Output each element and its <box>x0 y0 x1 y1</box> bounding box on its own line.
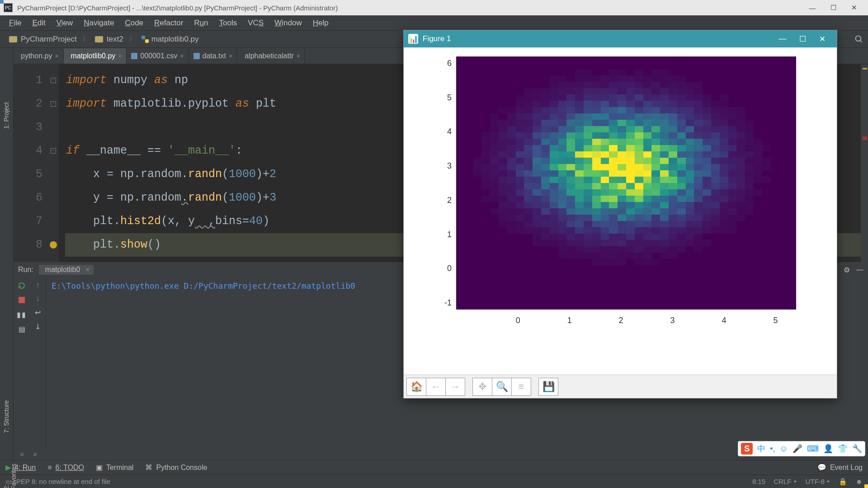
app-icon: PC <box>4 3 13 12</box>
editor-tab[interactable]: 000001.csv× <box>127 48 189 64</box>
y-axis: -10123456 <box>438 56 454 310</box>
ime-voice-icon[interactable]: 🎤 <box>793 444 802 454</box>
pan-button[interactable]: ✥ <box>472 378 492 396</box>
breadcrumb-folder[interactable]: text2 <box>90 34 128 45</box>
minimize-button[interactable]: — <box>802 0 823 15</box>
close-tab-icon[interactable]: × <box>180 52 184 60</box>
fold-icon[interactable]: − <box>51 148 56 154</box>
file-encoding[interactable]: UTF-8 ‣ <box>806 478 831 486</box>
menu-vcs[interactable]: VCS <box>242 17 269 29</box>
menu-navigate[interactable]: Navigate <box>78 17 119 29</box>
maximize-button[interactable]: ☐ <box>823 0 844 15</box>
stop-button[interactable] <box>17 296 26 305</box>
window-title: PyCharmProject [D:\PyCharmProject] - ...… <box>17 4 338 12</box>
fold-icon[interactable]: − <box>51 78 56 83</box>
menu-view[interactable]: View <box>51 17 79 29</box>
figure-titlebar[interactable]: 📊 Figure 1 — ☐ ✕ <box>404 30 837 47</box>
ime-punct-icon[interactable]: •, <box>770 444 775 454</box>
breadcrumb-project[interactable]: PyCharmProject <box>5 34 81 45</box>
scroll-to-end-button[interactable]: ⤓ <box>35 322 41 331</box>
fold-icon[interactable]: − <box>51 101 56 107</box>
configure-button[interactable]: ≡ <box>511 378 531 396</box>
line-separator[interactable]: CRLF ‣ <box>774 478 797 486</box>
menu-file[interactable]: File <box>4 17 27 29</box>
error-marker[interactable] <box>863 136 867 140</box>
bottom-tool-tabs: ▶4: Run ≡6: TODO ▣Terminal ⌘Python Conso… <box>0 460 868 474</box>
ime-skin-icon[interactable]: 👕 <box>838 444 848 454</box>
layout-button[interactable]: ▤ <box>17 324 26 333</box>
rerun-button[interactable] <box>17 281 26 290</box>
close-icon[interactable]: × <box>83 266 90 274</box>
run-config-tab[interactable]: matplotlib0× <box>39 265 94 275</box>
chevron-icon: 〉 <box>81 34 90 44</box>
soft-wrap-button[interactable]: ↩ <box>35 308 41 317</box>
menu-code[interactable]: Code <box>119 17 149 29</box>
breadcrumb-file[interactable]: matplotlib0.py <box>137 34 203 45</box>
caret-position[interactable]: 8:15 <box>752 478 765 485</box>
editor-tab[interactable]: python.py× <box>14 48 64 64</box>
forward-button[interactable]: → <box>445 378 465 396</box>
save-button[interactable]: 💾 <box>538 378 558 396</box>
up-button[interactable]: ↑ <box>36 281 40 289</box>
status-message: PEP 8: no newline at end of file <box>12 478 110 485</box>
search-icon[interactable] <box>854 35 863 44</box>
close-tab-icon[interactable]: × <box>55 52 58 60</box>
ime-person-icon[interactable]: 👤 <box>823 444 833 454</box>
editor-tab[interactable]: alphabeticalattr× <box>237 48 305 64</box>
figure-minimize-button[interactable]: — <box>773 34 793 43</box>
ime-emoji-icon[interactable]: ☺ <box>780 444 788 454</box>
close-tab-icon[interactable]: × <box>297 52 300 60</box>
tool-tab-project[interactable]: 1: Project <box>3 102 10 129</box>
close-button[interactable]: ✕ <box>844 0 864 15</box>
text-file-icon <box>193 53 200 59</box>
menu-edit[interactable]: Edit <box>27 17 51 29</box>
expand-icon-2[interactable]: » <box>33 450 37 458</box>
figure-maximize-button[interactable]: ☐ <box>793 34 812 44</box>
sogou-icon[interactable]: S <box>741 443 753 455</box>
x-axis: 012345 <box>456 314 796 328</box>
settings-icon[interactable]: ⚙ <box>844 266 850 274</box>
tool-tab-favorites[interactable]: 2: Favorites <box>3 464 17 488</box>
menu-refactor[interactable]: Refactor <box>149 17 189 29</box>
ime-lang[interactable]: 中 <box>757 443 765 454</box>
pause-button[interactable]: ▮▮ <box>17 310 26 319</box>
tab-todo[interactable]: ≡6: TODO <box>47 464 84 472</box>
editor-tab[interactable]: data.txt× <box>189 48 238 64</box>
down-button[interactable]: ↓ <box>36 295 40 303</box>
figure-toolbar: 🏠 ← → ✥ 🔍 ≡ 💾 <box>404 375 837 398</box>
error-stripe[interactable] <box>861 64 868 262</box>
chevron-icon: 〉 <box>128 34 137 44</box>
intention-bulb-icon[interactable] <box>50 241 57 249</box>
editor-tab[interactable]: matplotlib0.py× <box>64 48 127 64</box>
figure-close-button[interactable]: ✕ <box>812 34 832 44</box>
close-tab-icon[interactable]: × <box>229 52 232 60</box>
lock-icon[interactable]: 🔒 <box>839 478 847 486</box>
tab-label: python.py <box>21 52 52 60</box>
tab-python-console[interactable]: ⌘Python Console <box>145 463 207 472</box>
event-log[interactable]: 💬Event Log <box>817 463 863 472</box>
python-file-icon <box>142 36 149 43</box>
back-button[interactable]: ← <box>426 378 446 396</box>
warning-marker[interactable] <box>863 68 867 70</box>
menu-window[interactable]: Window <box>269 17 307 29</box>
tool-tab-structure[interactable]: 7: Structure <box>3 400 10 433</box>
hector-icon[interactable]: ☻ <box>855 478 863 485</box>
left-tool-strip: 1: Project 7: Structure 2: Favorites <box>0 48 14 460</box>
ime-toolbox-icon[interactable]: 🔧 <box>852 444 862 454</box>
close-tab-icon[interactable]: × <box>118 52 122 60</box>
menu-help[interactable]: Help <box>307 17 334 29</box>
expand-icon[interactable]: » <box>20 450 24 458</box>
run-side-buttons-2: ↑ ↓ ↩ ⤓ <box>30 277 46 448</box>
minimize-icon[interactable]: — <box>856 266 863 274</box>
menu-run[interactable]: Run <box>189 17 213 29</box>
ime-toolbar[interactable]: S 中 •, ☺ 🎤 ⌨ 👤 👕 🔧 <box>738 441 865 456</box>
home-button[interactable]: 🏠 <box>406 378 426 396</box>
tab-terminal[interactable]: ▣Terminal <box>96 463 133 472</box>
zoom-button[interactable]: 🔍 <box>492 378 512 396</box>
matplotlib-figure-window[interactable]: 📊 Figure 1 — ☐ ✕ -10123456 012345 🏠 ← → … <box>403 30 837 399</box>
ime-keyboard-icon[interactable]: ⌨ <box>807 444 819 454</box>
folder-icon <box>95 36 103 42</box>
figure-canvas[interactable]: -10123456 012345 <box>404 47 837 375</box>
menu-tools[interactable]: Tools <box>214 17 243 29</box>
breadcrumb-label: matplotlib0.py <box>151 35 199 44</box>
